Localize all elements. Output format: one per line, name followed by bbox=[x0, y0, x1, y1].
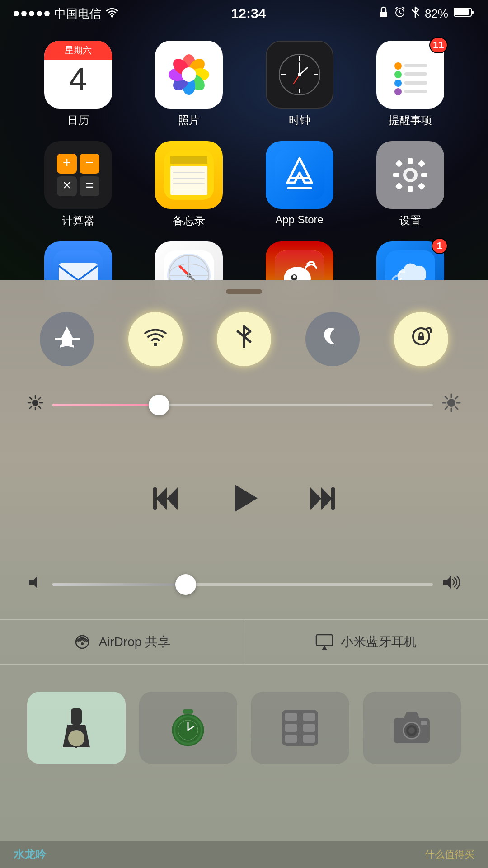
app-item-calculator[interactable]: + − × = 计算器 bbox=[27, 141, 129, 228]
timer-btn[interactable] bbox=[139, 692, 238, 764]
camera-btn[interactable] bbox=[363, 692, 461, 764]
volume-slider-row bbox=[0, 574, 488, 594]
clock-icon bbox=[266, 41, 333, 108]
svg-line-100 bbox=[455, 396, 458, 399]
svg-rect-113 bbox=[316, 635, 333, 646]
brightness-thumb[interactable] bbox=[149, 395, 169, 415]
svg-rect-129 bbox=[285, 735, 297, 743]
app-item-settings[interactable]: 设置 bbox=[359, 141, 461, 228]
svg-rect-126 bbox=[303, 713, 315, 721]
svg-marker-105 bbox=[235, 485, 258, 512]
media-next-btn[interactable] bbox=[305, 485, 337, 519]
app-item-reminders[interactable]: 11 提醒事项 bbox=[359, 41, 461, 127]
bluetooth-status-icon bbox=[411, 6, 419, 21]
wifi-toggle[interactable] bbox=[128, 312, 183, 366]
svg-point-134 bbox=[408, 727, 415, 734]
media-prev-btn[interactable] bbox=[151, 485, 183, 519]
watermark-right: 什么值得买 bbox=[425, 848, 474, 861]
volume-thumb[interactable] bbox=[175, 574, 196, 595]
wifi-icon bbox=[106, 7, 118, 21]
volume-track[interactable] bbox=[52, 583, 433, 586]
svg-point-27 bbox=[394, 62, 402, 70]
brightness-max-icon bbox=[442, 393, 461, 416]
bluetooth-toggle-icon bbox=[235, 324, 253, 354]
svg-rect-59 bbox=[421, 173, 427, 177]
clock-label: 时钟 bbox=[289, 113, 310, 127]
svg-rect-114 bbox=[71, 708, 82, 725]
svg-rect-123 bbox=[183, 709, 193, 714]
calendar-icon: 星期六 4 bbox=[44, 41, 112, 108]
app-item-clock[interactable]: 时钟 bbox=[249, 41, 350, 127]
svg-rect-104 bbox=[153, 487, 157, 510]
svg-line-99 bbox=[455, 407, 458, 409]
calendar-header: 星期六 bbox=[44, 41, 112, 60]
app-item-notes[interactable]: 备忘录 bbox=[138, 141, 239, 228]
svg-point-93 bbox=[447, 399, 455, 407]
airplay-button[interactable]: 小米蓝牙耳机 bbox=[244, 620, 488, 664]
svg-rect-83 bbox=[418, 336, 424, 340]
svg-point-25 bbox=[298, 73, 301, 76]
app-item-photos[interactable]: 照片 bbox=[138, 41, 239, 127]
svg-marker-102 bbox=[156, 487, 167, 510]
bottom-bar: 水龙吟 什么值得买 bbox=[0, 841, 488, 868]
media-player bbox=[0, 434, 488, 561]
svg-rect-32 bbox=[404, 81, 427, 85]
status-right: 82% bbox=[379, 6, 474, 21]
status-bar: 中国电信 12:34 bbox=[0, 0, 488, 27]
svg-marker-103 bbox=[167, 487, 178, 510]
alarm-icon bbox=[394, 6, 406, 21]
app-item-calendar[interactable]: 星期六 4 日历 bbox=[27, 41, 129, 127]
calculator-label: 计算器 bbox=[62, 213, 94, 228]
airplane-mode-toggle[interactable] bbox=[40, 312, 94, 366]
svg-line-91 bbox=[39, 397, 41, 399]
volume-min-icon bbox=[27, 574, 43, 594]
brightness-fill bbox=[52, 404, 159, 406]
svg-rect-58 bbox=[393, 173, 399, 177]
cc-toggles bbox=[0, 312, 488, 366]
svg-point-33 bbox=[394, 88, 402, 95]
reminders-label: 提醒事项 bbox=[389, 113, 432, 127]
media-play-btn[interactable] bbox=[228, 482, 260, 521]
flashlight-btn[interactable] bbox=[27, 692, 126, 764]
watermark-left: 水龙吟 bbox=[14, 847, 46, 862]
airplay-label: 小米蓝牙耳机 bbox=[341, 633, 417, 651]
cc-handle[interactable] bbox=[226, 289, 262, 294]
svg-rect-128 bbox=[303, 724, 315, 732]
airdrop-airplay-row: AirDrop 共享 小米蓝牙耳机 bbox=[0, 619, 488, 665]
svg-rect-1 bbox=[380, 12, 387, 17]
calendar-label: 日历 bbox=[67, 113, 89, 127]
brightness-min-icon bbox=[27, 395, 43, 415]
svg-point-79 bbox=[293, 275, 296, 278]
signal-strength bbox=[14, 11, 50, 16]
svg-rect-57 bbox=[408, 186, 413, 192]
photos-label: 照片 bbox=[178, 113, 200, 127]
volume-max-icon bbox=[442, 574, 461, 594]
svg-point-29 bbox=[394, 71, 402, 78]
svg-point-31 bbox=[394, 80, 402, 87]
svg-rect-108 bbox=[331, 487, 335, 510]
bluetooth-toggle[interactable] bbox=[217, 312, 271, 366]
dnd-toggle[interactable] bbox=[305, 312, 360, 366]
svg-rect-5 bbox=[455, 9, 469, 15]
app-item-appstore[interactable]: App Store bbox=[249, 141, 350, 228]
svg-line-90 bbox=[39, 406, 41, 408]
svg-rect-34 bbox=[404, 90, 427, 93]
brightness-track[interactable] bbox=[52, 404, 433, 406]
wifi-toggle-icon bbox=[143, 325, 168, 353]
weather-badge: 1 bbox=[432, 238, 448, 254]
airdrop-button[interactable]: AirDrop 共享 bbox=[0, 620, 244, 664]
svg-rect-56 bbox=[408, 158, 413, 164]
svg-marker-107 bbox=[310, 487, 321, 510]
svg-rect-4 bbox=[471, 11, 474, 14]
volume-fill bbox=[52, 583, 186, 586]
svg-rect-30 bbox=[404, 72, 427, 76]
battery-icon bbox=[454, 7, 474, 21]
svg-point-116 bbox=[68, 730, 84, 746]
control-center: AirDrop 共享 小米蓝牙耳机 bbox=[0, 280, 488, 868]
calc-shortcut-btn[interactable] bbox=[251, 692, 349, 764]
svg-text:=: = bbox=[85, 177, 94, 193]
rotation-lock-toggle[interactable] bbox=[394, 312, 448, 366]
svg-line-92 bbox=[30, 406, 32, 408]
svg-point-84 bbox=[32, 400, 38, 406]
svg-line-101 bbox=[445, 407, 447, 409]
